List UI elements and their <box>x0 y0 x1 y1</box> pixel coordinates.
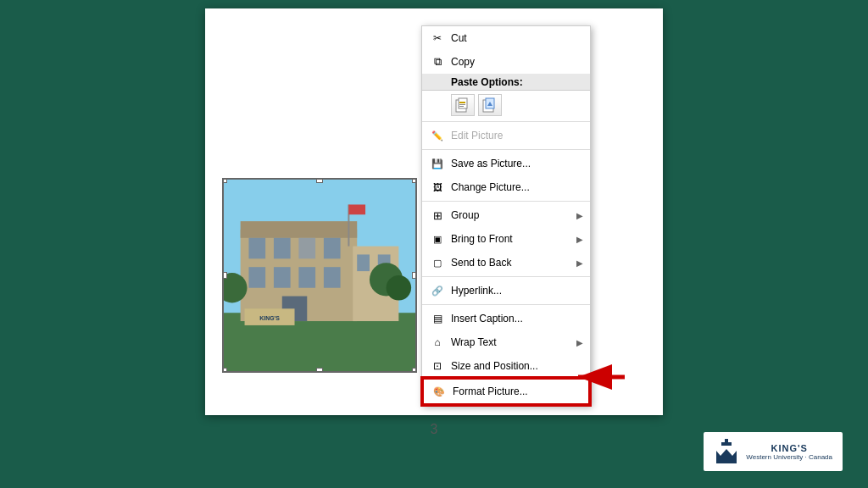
paste-icons-row <box>422 91 590 119</box>
svg-rect-4 <box>248 238 265 259</box>
menu-item-format-picture[interactable]: 🎨 Format Picture... <box>422 378 590 405</box>
svg-rect-10 <box>298 267 315 288</box>
menu-item-change-picture[interactable]: 🖼 Change Picture... <box>422 175 590 199</box>
hyperlink-icon: 🔗 <box>429 282 446 299</box>
page-number-text: 3 <box>431 422 438 436</box>
kings-logo: KING'S Western University · Canada <box>704 432 843 471</box>
menu-item-edit-picture[interactable]: ✏️ Edit Picture <box>422 124 590 147</box>
insert-caption-label: Insert Caption... <box>451 313 583 324</box>
scissors-icon <box>429 30 446 47</box>
kings-text-block: KING'S Western University · Canada <box>746 443 832 461</box>
svg-rect-8 <box>248 267 265 288</box>
svg-text:KING'S: KING'S <box>259 315 280 321</box>
format-picture-label: Format Picture... <box>453 385 581 397</box>
menu-item-cut[interactable]: Cut <box>422 26 590 50</box>
group-submenu-arrow: ▶ <box>576 211 583 220</box>
send-submenu-arrow: ▶ <box>576 258 583 268</box>
wrap-submenu-arrow: ▶ <box>576 338 583 347</box>
paste-options-header: Paste Options: <box>422 74 590 91</box>
separator-3 <box>422 201 590 202</box>
insert-caption-icon: ▤ <box>429 310 446 327</box>
svg-rect-36 <box>716 460 737 463</box>
wrap-text-icon: ⌂ <box>429 334 446 351</box>
svg-rect-34 <box>721 442 732 446</box>
send-to-back-icon: ▢ <box>429 254 446 271</box>
context-menu: Cut ⧉ Copy Paste Options: <box>421 25 591 406</box>
menu-item-group[interactable]: Group ▶ <box>422 203 590 227</box>
separator-5 <box>422 304 590 305</box>
handle-mr[interactable] <box>412 272 417 279</box>
svg-rect-11 <box>324 267 341 288</box>
menu-item-insert-caption[interactable]: ▤ Insert Caption... <box>422 307 590 330</box>
svg-rect-9 <box>274 267 291 288</box>
handle-tm[interactable] <box>316 178 323 183</box>
kings-subtext: Western University · Canada <box>746 453 832 461</box>
size-position-icon: ⊡ <box>429 358 446 374</box>
handle-tl[interactable] <box>222 178 227 183</box>
svg-rect-20 <box>348 204 365 214</box>
copy-label: Copy <box>451 56 583 68</box>
bring-submenu-arrow: ▶ <box>576 235 583 244</box>
group-label: Group <box>451 209 576 221</box>
handle-bm[interactable] <box>316 368 323 373</box>
svg-rect-25 <box>459 102 465 103</box>
picture-container: KING'S <box>222 178 417 373</box>
size-position-label: Size and Position... <box>451 360 583 372</box>
svg-rect-6 <box>298 238 315 259</box>
edit-picture-label: Edit Picture <box>451 130 583 141</box>
menu-item-wrap-text[interactable]: ⌂ Wrap Text ▶ <box>422 330 590 354</box>
format-picture-icon: 🎨 <box>431 383 448 400</box>
hyperlink-label: Hyperlink... <box>451 285 583 297</box>
save-icon <box>429 155 446 172</box>
svg-rect-5 <box>274 238 291 259</box>
paste-options-label-text: Paste Options: <box>451 76 523 88</box>
handle-bl[interactable] <box>222 368 227 373</box>
menu-item-save-as-picture[interactable]: Save as Picture... <box>422 152 590 175</box>
svg-rect-3 <box>241 221 358 238</box>
edit-picture-icon: ✏️ <box>429 127 446 144</box>
change-picture-icon: 🖼 <box>429 179 446 196</box>
menu-item-bring-to-front[interactable]: ▣ Bring to Front ▶ <box>422 227 590 251</box>
group-icon <box>429 207 446 224</box>
bring-to-front-icon: ▣ <box>429 230 446 247</box>
handle-tr[interactable] <box>412 178 417 183</box>
save-as-picture-label: Save as Picture... <box>451 158 583 169</box>
menu-item-copy[interactable]: ⧉ Copy <box>422 50 590 74</box>
handle-ml[interactable] <box>222 272 227 279</box>
separator-2 <box>422 149 590 150</box>
separator-1 <box>422 121 590 122</box>
send-to-back-label: Send to Back <box>451 257 576 269</box>
svg-rect-7 <box>324 238 341 259</box>
bring-to-front-label: Bring to Front <box>451 233 576 245</box>
svg-point-17 <box>387 275 411 300</box>
wrap-text-label: Wrap Text <box>451 336 576 348</box>
svg-rect-27 <box>459 106 464 107</box>
slide-area: KING'S Cut ⧉ Copy Paste Options: <box>205 8 663 415</box>
menu-item-size-position[interactable]: ⊡ Size and Position... <box>422 354 590 378</box>
paste-icon-btn-2[interactable] <box>478 94 502 116</box>
paste-icon-btn-1[interactable] <box>451 94 475 116</box>
cut-label: Cut <box>451 32 583 44</box>
handle-br[interactable] <box>412 368 417 373</box>
red-arrow-indicator <box>574 364 633 393</box>
kings-name: KING'S <box>746 443 832 453</box>
kings-crest <box>714 439 739 464</box>
page-number: 3 <box>431 422 438 437</box>
change-picture-label: Change Picture... <box>451 181 583 193</box>
separator-4 <box>422 276 590 277</box>
svg-rect-26 <box>459 104 465 105</box>
copy-icon: ⧉ <box>429 53 446 70</box>
menu-item-send-to-back[interactable]: ▢ Send to Back ▶ <box>422 251 590 274</box>
kings-logo-box: KING'S Western University · Canada <box>704 432 843 471</box>
menu-item-hyperlink[interactable]: 🔗 Hyperlink... <box>422 279 590 302</box>
svg-rect-14 <box>357 254 370 271</box>
